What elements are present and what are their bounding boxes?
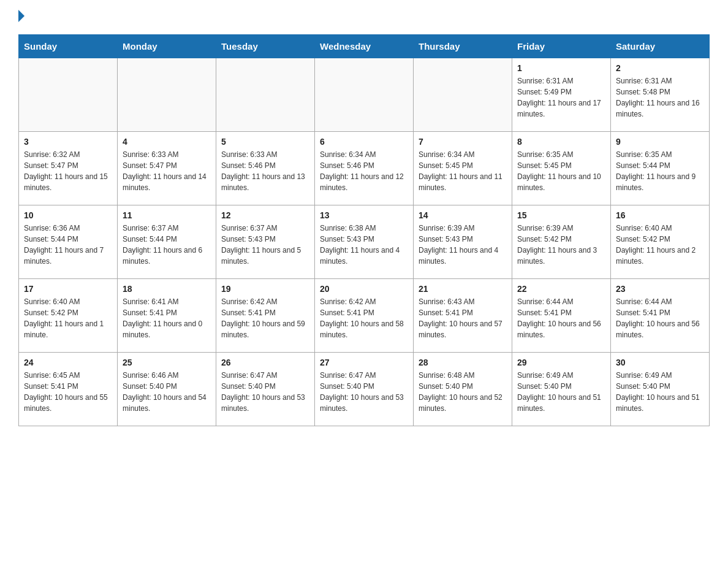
day-info: Sunrise: 6:37 AM Sunset: 5:44 PM Dayligh… <box>123 223 211 267</box>
column-header-sunday: Sunday <box>19 35 118 58</box>
calendar-cell: 22Sunrise: 6:44 AM Sunset: 5:41 PM Dayli… <box>512 279 611 353</box>
calendar-cell: 16Sunrise: 6:40 AM Sunset: 5:42 PM Dayli… <box>611 205 710 279</box>
day-number: 21 <box>419 284 507 294</box>
day-info: Sunrise: 6:49 AM Sunset: 5:40 PM Dayligh… <box>517 370 605 414</box>
day-number: 18 <box>123 284 211 294</box>
logo <box>18 12 25 22</box>
day-number: 27 <box>320 358 408 367</box>
day-info: Sunrise: 6:33 AM Sunset: 5:47 PM Dayligh… <box>123 149 211 193</box>
calendar-week-row: 3Sunrise: 6:32 AM Sunset: 5:47 PM Daylig… <box>19 132 710 205</box>
calendar-week-row: 1Sunrise: 6:31 AM Sunset: 5:49 PM Daylig… <box>19 58 710 132</box>
calendar-cell <box>216 58 315 132</box>
calendar-table: SundayMondayTuesdayWednesdayThursdayFrid… <box>18 34 710 426</box>
column-header-wednesday: Wednesday <box>315 35 414 58</box>
day-number: 19 <box>221 284 309 294</box>
calendar-cell: 19Sunrise: 6:42 AM Sunset: 5:41 PM Dayli… <box>216 279 315 353</box>
day-info: Sunrise: 6:33 AM Sunset: 5:46 PM Dayligh… <box>221 149 309 193</box>
calendar-cell: 13Sunrise: 6:38 AM Sunset: 5:43 PM Dayli… <box>315 205 414 279</box>
calendar-week-row: 17Sunrise: 6:40 AM Sunset: 5:42 PM Dayli… <box>19 279 710 353</box>
calendar-cell <box>118 58 216 132</box>
day-number: 6 <box>320 137 408 147</box>
day-number: 20 <box>320 284 408 294</box>
calendar-cell: 12Sunrise: 6:37 AM Sunset: 5:43 PM Dayli… <box>216 205 315 279</box>
column-header-friday: Friday <box>512 35 611 58</box>
day-info: Sunrise: 6:36 AM Sunset: 5:44 PM Dayligh… <box>24 223 112 267</box>
day-number: 28 <box>419 358 507 367</box>
day-number: 8 <box>517 137 605 147</box>
day-info: Sunrise: 6:34 AM Sunset: 5:46 PM Dayligh… <box>320 149 408 193</box>
calendar-cell: 26Sunrise: 6:47 AM Sunset: 5:40 PM Dayli… <box>216 353 315 426</box>
day-number: 25 <box>123 358 211 367</box>
day-number: 22 <box>517 284 605 294</box>
day-info: Sunrise: 6:49 AM Sunset: 5:40 PM Dayligh… <box>616 370 704 414</box>
day-info: Sunrise: 6:44 AM Sunset: 5:41 PM Dayligh… <box>616 296 704 340</box>
calendar-header-row: SundayMondayTuesdayWednesdayThursdayFrid… <box>19 35 710 58</box>
calendar-cell: 23Sunrise: 6:44 AM Sunset: 5:41 PM Dayli… <box>611 279 710 353</box>
calendar-cell: 9Sunrise: 6:35 AM Sunset: 5:44 PM Daylig… <box>611 132 710 205</box>
logo-triangle-icon <box>18 10 25 22</box>
calendar-cell: 10Sunrise: 6:36 AM Sunset: 5:44 PM Dayli… <box>19 205 118 279</box>
day-info: Sunrise: 6:46 AM Sunset: 5:40 PM Dayligh… <box>123 370 211 414</box>
day-info: Sunrise: 6:35 AM Sunset: 5:44 PM Dayligh… <box>616 149 704 193</box>
calendar-cell: 20Sunrise: 6:42 AM Sunset: 5:41 PM Dayli… <box>315 279 414 353</box>
calendar-cell: 28Sunrise: 6:48 AM Sunset: 5:40 PM Dayli… <box>414 353 512 426</box>
calendar-cell <box>414 58 512 132</box>
calendar-cell: 1Sunrise: 6:31 AM Sunset: 5:49 PM Daylig… <box>512 58 611 132</box>
calendar-cell: 24Sunrise: 6:45 AM Sunset: 5:41 PM Dayli… <box>19 353 118 426</box>
day-info: Sunrise: 6:37 AM Sunset: 5:43 PM Dayligh… <box>221 223 309 267</box>
day-number: 15 <box>517 210 605 220</box>
column-header-thursday: Thursday <box>414 35 512 58</box>
day-number: 3 <box>24 137 112 147</box>
calendar-cell: 27Sunrise: 6:47 AM Sunset: 5:40 PM Dayli… <box>315 353 414 426</box>
day-info: Sunrise: 6:39 AM Sunset: 5:43 PM Dayligh… <box>419 223 507 267</box>
calendar-week-row: 10Sunrise: 6:36 AM Sunset: 5:44 PM Dayli… <box>19 205 710 279</box>
day-number: 2 <box>616 63 704 73</box>
calendar-cell <box>19 58 118 132</box>
column-header-saturday: Saturday <box>611 35 710 58</box>
day-number: 7 <box>419 137 507 147</box>
day-number: 13 <box>320 210 408 220</box>
day-info: Sunrise: 6:39 AM Sunset: 5:42 PM Dayligh… <box>517 223 605 267</box>
day-info: Sunrise: 6:31 AM Sunset: 5:49 PM Dayligh… <box>517 75 605 120</box>
calendar-week-row: 24Sunrise: 6:45 AM Sunset: 5:41 PM Dayli… <box>19 353 710 426</box>
calendar-cell <box>315 58 414 132</box>
day-info: Sunrise: 6:45 AM Sunset: 5:41 PM Dayligh… <box>24 370 112 414</box>
day-info: Sunrise: 6:31 AM Sunset: 5:48 PM Dayligh… <box>616 75 704 120</box>
day-info: Sunrise: 6:48 AM Sunset: 5:40 PM Dayligh… <box>419 370 507 414</box>
day-number: 30 <box>616 358 704 367</box>
day-info: Sunrise: 6:47 AM Sunset: 5:40 PM Dayligh… <box>221 370 309 414</box>
calendar-cell: 18Sunrise: 6:41 AM Sunset: 5:41 PM Dayli… <box>118 279 216 353</box>
calendar-cell: 8Sunrise: 6:35 AM Sunset: 5:45 PM Daylig… <box>512 132 611 205</box>
day-info: Sunrise: 6:41 AM Sunset: 5:41 PM Dayligh… <box>123 296 211 340</box>
calendar-cell: 25Sunrise: 6:46 AM Sunset: 5:40 PM Dayli… <box>118 353 216 426</box>
page-header <box>18 12 710 22</box>
day-number: 14 <box>419 210 507 220</box>
calendar-cell: 30Sunrise: 6:49 AM Sunset: 5:40 PM Dayli… <box>611 353 710 426</box>
column-header-tuesday: Tuesday <box>216 35 315 58</box>
day-info: Sunrise: 6:40 AM Sunset: 5:42 PM Dayligh… <box>616 223 704 267</box>
day-number: 26 <box>221 358 309 367</box>
day-info: Sunrise: 6:32 AM Sunset: 5:47 PM Dayligh… <box>24 149 112 193</box>
day-info: Sunrise: 6:44 AM Sunset: 5:41 PM Dayligh… <box>517 296 605 340</box>
calendar-cell: 6Sunrise: 6:34 AM Sunset: 5:46 PM Daylig… <box>315 132 414 205</box>
day-info: Sunrise: 6:38 AM Sunset: 5:43 PM Dayligh… <box>320 223 408 267</box>
column-header-monday: Monday <box>118 35 216 58</box>
day-number: 29 <box>517 358 605 367</box>
calendar-cell: 14Sunrise: 6:39 AM Sunset: 5:43 PM Dayli… <box>414 205 512 279</box>
day-info: Sunrise: 6:35 AM Sunset: 5:45 PM Dayligh… <box>517 149 605 193</box>
day-number: 1 <box>517 63 605 73</box>
calendar-cell: 21Sunrise: 6:43 AM Sunset: 5:41 PM Dayli… <box>414 279 512 353</box>
day-number: 10 <box>24 210 112 220</box>
calendar-cell: 2Sunrise: 6:31 AM Sunset: 5:48 PM Daylig… <box>611 58 710 132</box>
day-number: 12 <box>221 210 309 220</box>
calendar-cell: 3Sunrise: 6:32 AM Sunset: 5:47 PM Daylig… <box>19 132 118 205</box>
day-info: Sunrise: 6:34 AM Sunset: 5:45 PM Dayligh… <box>419 149 507 193</box>
day-number: 23 <box>616 284 704 294</box>
day-info: Sunrise: 6:42 AM Sunset: 5:41 PM Dayligh… <box>320 296 408 340</box>
calendar-cell: 7Sunrise: 6:34 AM Sunset: 5:45 PM Daylig… <box>414 132 512 205</box>
day-info: Sunrise: 6:43 AM Sunset: 5:41 PM Dayligh… <box>419 296 507 340</box>
day-number: 16 <box>616 210 704 220</box>
day-number: 11 <box>123 210 211 220</box>
calendar-cell: 11Sunrise: 6:37 AM Sunset: 5:44 PM Dayli… <box>118 205 216 279</box>
calendar-cell: 15Sunrise: 6:39 AM Sunset: 5:42 PM Dayli… <box>512 205 611 279</box>
